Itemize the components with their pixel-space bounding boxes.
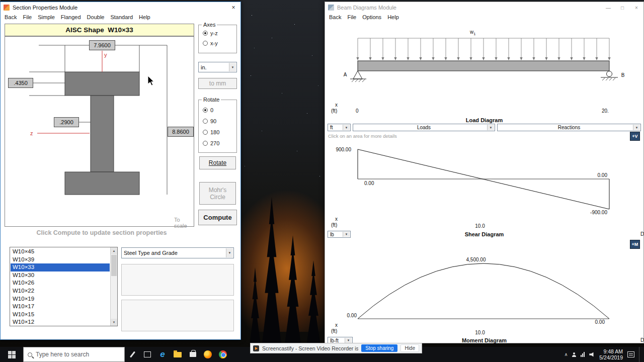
shear-diagram[interactable]: 900.00 0.00 0.00 -900.00 x (ft) 10.0 (325, 142, 644, 229)
tray-clock[interactable]: 9:48 AM 5/24/2019 (599, 348, 623, 360)
chevron-down-icon[interactable]: ▼ (229, 63, 236, 71)
firefox-button[interactable] (201, 347, 215, 362)
menu-back[interactable]: Back (2, 14, 20, 20)
radio-yz-circle[interactable] (203, 31, 208, 36)
file-explorer-button[interactable] (171, 347, 185, 362)
radio-xy-circle[interactable] (203, 41, 208, 46)
tray-chevron-icon[interactable]: ∧ (565, 352, 568, 357)
compute-button[interactable]: Compute (198, 210, 237, 225)
x-axis-label: x (335, 102, 338, 108)
shear-toggle-button[interactable]: +V (630, 132, 640, 141)
to-mm-button[interactable]: to mm (198, 78, 237, 89)
maximize-icon[interactable]: □ (615, 2, 629, 13)
task-view-button[interactable] (140, 347, 154, 362)
menu-standard[interactable]: Standard (107, 14, 136, 20)
list-item[interactable]: W10×39 (11, 256, 110, 264)
menu-options[interactable]: Options (359, 14, 384, 20)
reactions-dropdown[interactable]: Reactions ▼ (497, 124, 641, 131)
scrollbar-thumb[interactable] (111, 255, 117, 276)
titlebar[interactable]: Section Properties Module × (1, 2, 240, 13)
distributed-load-arrows (356, 38, 610, 60)
edge-button[interactable]: e (155, 347, 170, 362)
search-icon (28, 352, 32, 357)
menu-back[interactable]: Back (326, 14, 344, 20)
radio-rotate-180-circle[interactable] (203, 130, 208, 135)
list-item[interactable]: W10×22 (11, 287, 110, 295)
close-icon[interactable]: × (629, 2, 643, 13)
chrome-button[interactable] (216, 347, 230, 362)
list-item[interactable]: W10×17 (11, 303, 110, 311)
shape-listbox[interactable]: W10×45 W10×39 W10×33 W10×30 W10×26 W10×2… (10, 247, 118, 326)
chevron-down-icon[interactable]: ▼ (633, 125, 640, 130)
rotate-group: Rotate 0 90 180 270 (198, 100, 237, 153)
radio-yz[interactable]: y-z (203, 30, 218, 36)
mohrs-circle-button[interactable]: Mohr's Circle (199, 182, 236, 205)
taskbar-search[interactable] (23, 347, 125, 362)
loads-value: Loads (417, 125, 431, 130)
steel-grade-dropdown[interactable]: Steel Type and Grade ▼ (121, 247, 234, 258)
menu-flanged[interactable]: Flanged (58, 14, 84, 20)
chevron-down-icon[interactable]: ▼ (487, 125, 494, 130)
properties-panel-1 (121, 264, 234, 296)
length-unit-dropdown[interactable]: ft ▼ (328, 124, 351, 131)
shape-header: AISC Shape W10×33 (5, 24, 194, 36)
store-button[interactable] (186, 347, 200, 362)
radio-rotate-90[interactable]: 90 (203, 118, 216, 124)
hide-button[interactable]: Hide (400, 344, 419, 352)
list-item-selected[interactable]: W10×33 (11, 263, 110, 272)
beam-diagrams-window: Beam Diagrams Module — □ × Back File Opt… (325, 2, 644, 343)
menu-help[interactable]: Help (384, 14, 402, 20)
scroll-up-icon[interactable]: ▲ (111, 247, 117, 254)
list-item[interactable]: W10×45 (11, 248, 110, 256)
list-item[interactable]: W10×15 (11, 311, 110, 319)
x-axis-label: x (335, 322, 338, 328)
screen-sharing-notification: Screencastify - Screen Video Recorder is… (250, 343, 422, 353)
moment-diagram[interactable]: 4,500.00 0.00 0.00 x (ft) 10.0 (325, 249, 644, 336)
loads-dropdown[interactable]: Loads ▼ (353, 124, 495, 131)
chevron-down-icon[interactable]: ▼ (226, 248, 233, 257)
list-scrollbar[interactable]: ▲ ▼ (110, 247, 117, 326)
pen-button[interactable] (125, 347, 139, 362)
rotate-button[interactable]: Rotate (199, 156, 236, 169)
show-desktop-button[interactable] (639, 347, 641, 362)
section-drawing-area[interactable]: y z 7.9600 .4350 .2900 8.8600 To scale (5, 36, 194, 227)
close-icon[interactable]: × (226, 2, 240, 13)
radio-rotate-270[interactable]: 270 (203, 140, 219, 146)
menu-file[interactable]: File (20, 14, 35, 20)
stop-sharing-button[interactable]: Stop sharing (361, 344, 397, 352)
titlebar[interactable]: Beam Diagrams Module — □ × (325, 2, 643, 13)
radio-rotate-270-circle[interactable] (203, 141, 208, 146)
file-explorer-icon (174, 352, 182, 357)
radio-rotate-180[interactable]: 180 (203, 129, 219, 135)
list-item[interactable]: W10×26 (11, 279, 110, 287)
menu-help[interactable]: Help (136, 14, 153, 20)
radio-rotate-0[interactable]: 0 (203, 107, 213, 113)
load-diagram[interactable]: w1 A B x (ft) 0 20. (325, 20, 644, 117)
search-input[interactable] (36, 351, 116, 358)
load-diagram-caption: Load Diagram (325, 117, 643, 123)
radio-xy[interactable]: x-y (203, 40, 218, 46)
window-title: Beam Diagrams Module (337, 5, 396, 11)
list-item[interactable]: W10×19 (11, 295, 110, 303)
list-item[interactable]: W10×30 (11, 272, 110, 280)
radio-rotate-0-circle[interactable] (203, 108, 208, 113)
minimize-icon[interactable]: — (601, 2, 615, 13)
y-axis-label: y (104, 52, 107, 58)
people-icon[interactable] (572, 352, 576, 356)
menu-file[interactable]: File (344, 14, 359, 20)
menu-double[interactable]: Double (84, 14, 108, 20)
speaker-icon[interactable] (589, 352, 595, 357)
radio-rotate-90-circle[interactable] (203, 119, 208, 124)
x-mid-tick: 10.0 (475, 330, 485, 335)
network-signal-icon[interactable] (581, 352, 585, 357)
action-center-icon[interactable] (627, 351, 634, 357)
x-axis-unit: (ft) (331, 108, 337, 114)
menu-simple[interactable]: Simple (35, 14, 58, 20)
chevron-down-icon[interactable]: ▼ (343, 125, 350, 130)
moment-toggle-button[interactable]: +M (630, 240, 640, 249)
x-axis-unit: (ft) (331, 222, 337, 228)
start-button[interactable] (0, 347, 23, 362)
list-item[interactable]: W10×12 (11, 318, 110, 325)
scroll-down-icon[interactable]: ▼ (111, 319, 117, 326)
units-dropdown[interactable]: in. ▼ (198, 62, 237, 72)
